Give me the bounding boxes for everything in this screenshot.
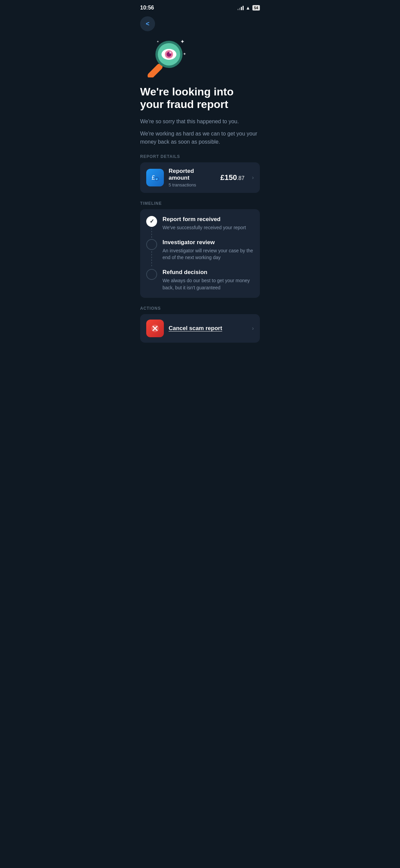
timeline-item-2: Investigator review An investigator will…: [146, 239, 254, 269]
back-button[interactable]: <: [140, 16, 155, 31]
status-time: 10:56: [140, 5, 154, 11]
magnifier-svg: ✦ ✦ ✦: [140, 37, 188, 77]
battery-indicator: 54: [252, 5, 260, 11]
check-icon: ✓: [150, 218, 154, 224]
hero-illustration: ✦ ✦ ✦: [140, 37, 188, 77]
timeline-line-2: [151, 251, 152, 268]
svg-text:✦: ✦: [156, 40, 159, 43]
action-chevron-icon: ›: [252, 325, 254, 331]
subtitle-sorry: We're so sorry that this happened to you…: [140, 117, 260, 126]
actions-label: ACTIONS: [140, 306, 260, 311]
status-icons: ▲ 54: [237, 5, 260, 11]
amount-decimal: .87: [237, 175, 244, 181]
timeline-check-dot: ✓: [146, 216, 157, 227]
report-details-label: REPORT DETAILS: [140, 154, 260, 159]
cancel-report-action[interactable]: Cancel scam report ›: [140, 314, 260, 343]
cancel-report-label: Cancel scam report: [169, 325, 245, 332]
back-arrow-icon: <: [146, 21, 150, 27]
timeline-step-1-desc: We've successfully received your report: [163, 224, 254, 231]
report-info: Reported amount 5 transactions: [169, 168, 215, 187]
subtitle-working: We're working as hard as we can to get y…: [140, 130, 260, 146]
timeline-step-2-desc: An investigator will review your case by…: [163, 247, 254, 261]
report-chevron-icon: ›: [252, 175, 254, 181]
status-bar: 10:56 ▲ 54: [133, 0, 267, 14]
timeline-line-1: [151, 228, 152, 238]
timeline-content-1: Report form received We've successfully …: [163, 216, 254, 239]
timeline-step-3-title: Refund decision: [163, 269, 254, 276]
timeline-step-1-title: Report form received: [163, 216, 254, 223]
report-amount-title: Reported amount: [169, 168, 215, 181]
signal-icon: [237, 5, 244, 10]
timeline-label: TIMELINE: [140, 201, 260, 206]
timeline-empty-dot-3: [146, 269, 157, 280]
timeline-left-3: [146, 269, 157, 291]
svg-point-6: [169, 52, 171, 54]
wifi-icon: ▲: [246, 5, 250, 11]
amount-whole: £150: [220, 173, 237, 182]
timeline-left-2: [146, 239, 157, 269]
report-amount-value: £150.87: [220, 173, 244, 182]
timeline-item-1: ✓ Report form received We've successfull…: [146, 216, 254, 239]
svg-text:✦: ✦: [183, 52, 186, 56]
timeline-step-3-desc: We always do our best to get your money …: [163, 277, 254, 291]
timeline-content-3: Refund decision We always do our best to…: [163, 269, 254, 291]
timeline-left-1: ✓: [146, 216, 157, 239]
timeline-card: ✓ Report form received We've successfull…: [140, 209, 260, 298]
report-card[interactable]: £ • Reported amount 5 transactions £150.…: [140, 162, 260, 193]
main-title: We're looking into your fraud report: [140, 86, 260, 111]
timeline-content-2: Investigator review An investigator will…: [163, 239, 254, 269]
timeline-empty-dot-2: [146, 239, 157, 250]
timeline-item-3: Refund decision We always do our best to…: [146, 269, 254, 291]
report-transactions: 5 transactions: [169, 182, 215, 187]
cancel-icon: [146, 320, 164, 337]
svg-text:✦: ✦: [180, 39, 185, 44]
cancel-report-title: Cancel scam report: [169, 325, 245, 332]
svg-text:£: £: [152, 174, 155, 181]
report-icon: £ •: [146, 169, 164, 186]
timeline-step-2-title: Investigator review: [163, 239, 254, 246]
